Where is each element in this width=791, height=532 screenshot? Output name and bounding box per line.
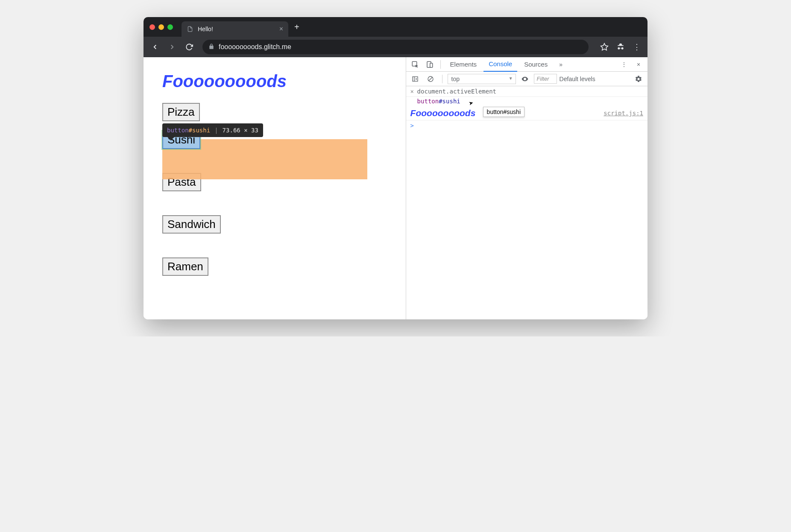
menu-icon[interactable]: ⋮ <box>630 41 643 53</box>
food-button-sandwich[interactable]: Sandwich <box>162 215 221 234</box>
element-hover-tooltip: button#sushi <box>483 107 524 117</box>
devtools-tabbar: Elements Console Sources » ⋮ × <box>406 57 647 72</box>
clear-console-icon[interactable] <box>424 73 437 85</box>
svg-line-7 <box>429 77 432 81</box>
browser-toolbar: fooooooooods.glitch.me ⋮ <box>144 37 647 57</box>
new-tab-button[interactable]: + <box>294 22 299 32</box>
forward-button[interactable] <box>165 40 179 54</box>
tab-console[interactable]: Console <box>483 57 517 72</box>
execution-context-select[interactable]: top <box>448 74 516 84</box>
url-text: fooooooooods.glitch.me <box>219 43 291 51</box>
inspect-tooltip-id: #sushi <box>189 127 211 134</box>
address-bar[interactable]: fooooooooods.glitch.me <box>202 40 589 54</box>
console-expression: document.activeElement <box>417 88 496 95</box>
food-button-pizza[interactable]: Pizza <box>162 103 200 121</box>
console-prompt[interactable]: > <box>406 120 647 131</box>
browser-tab[interactable]: Hello! × <box>182 21 288 37</box>
devtools-menu-icon[interactable]: ⋮ <box>618 58 630 71</box>
maximize-window-icon[interactable] <box>167 24 173 30</box>
console-toolbar: top Filter Default levels <box>406 72 647 86</box>
tab-title: Hello! <box>198 26 275 32</box>
more-tabs-icon[interactable]: » <box>554 58 567 71</box>
star-icon[interactable] <box>598 41 611 53</box>
console-log-entry: Fooooooooods script.js:1 <box>406 106 647 120</box>
lock-icon <box>208 44 214 51</box>
close-window-icon[interactable] <box>149 24 155 30</box>
devtools-close-icon[interactable]: × <box>632 58 645 71</box>
window-controls <box>149 24 173 30</box>
inspect-tooltip-dimensions: 73.66 × 33 <box>223 127 258 134</box>
inspect-tooltip-tag: button <box>167 127 189 134</box>
svg-rect-3 <box>430 63 432 67</box>
result-id: #sushi <box>439 98 460 105</box>
console-filter-input[interactable]: Filter <box>534 74 557 84</box>
svg-marker-0 <box>601 44 608 50</box>
log-message: Fooooooooods <box>410 108 476 118</box>
log-levels-select[interactable]: Default levels <box>560 76 595 82</box>
back-button[interactable] <box>148 40 162 54</box>
console-sidebar-toggle-icon[interactable] <box>409 73 422 85</box>
device-toolbar-icon[interactable] <box>423 58 436 71</box>
result-tagname: button <box>417 98 439 105</box>
inspect-tooltip: button#sushi | 73.66 × 33 <box>162 123 263 137</box>
console-eager-eval: × document.activeElement <box>406 86 647 97</box>
console-settings-icon[interactable] <box>632 73 645 85</box>
page-heading: Fooooooooods <box>162 72 387 91</box>
incognito-icon[interactable] <box>614 41 627 53</box>
page-viewport: Fooooooooods Pizza button#sushi | 73.66 … <box>144 57 406 319</box>
browser-titlebar: Hello! × + <box>144 17 647 37</box>
dismiss-icon[interactable]: × <box>410 88 417 95</box>
tab-sources[interactable]: Sources <box>519 57 553 72</box>
console-result[interactable]: button#sushi <box>406 97 647 106</box>
inspect-element-icon[interactable] <box>409 58 422 71</box>
food-button-ramen[interactable]: Ramen <box>162 257 208 276</box>
reload-button[interactable] <box>182 40 196 54</box>
devtools-panel: Elements Console Sources » ⋮ × top <box>406 57 647 319</box>
minimize-window-icon[interactable] <box>158 24 164 30</box>
console-output: × document.activeElement button#sushi ➤ … <box>406 86 647 319</box>
page-icon <box>187 26 193 32</box>
tab-elements[interactable]: Elements <box>445 57 482 72</box>
live-expression-icon[interactable] <box>519 73 531 85</box>
close-tab-icon[interactable]: × <box>279 25 283 33</box>
log-source-link[interactable]: script.js:1 <box>604 110 643 117</box>
